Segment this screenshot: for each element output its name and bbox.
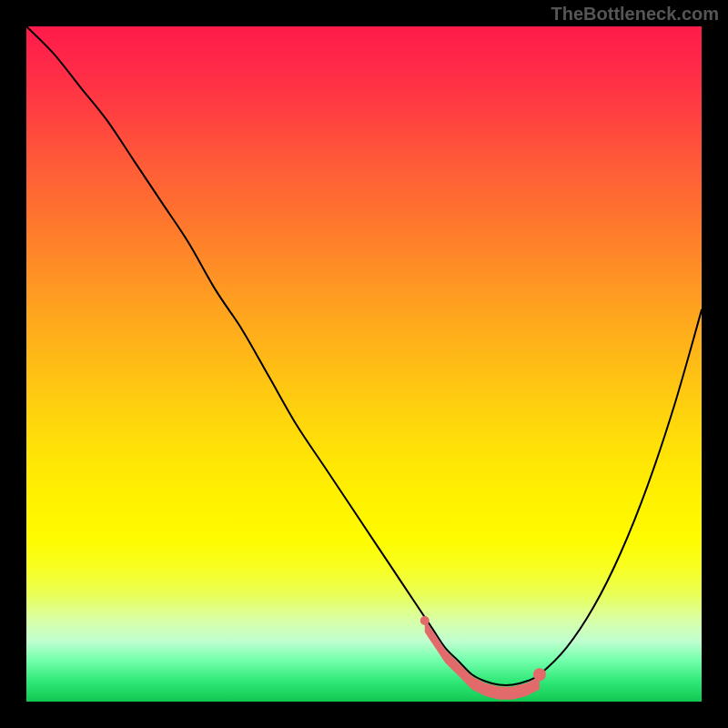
marker-dot-left [420, 616, 430, 625]
watermark-text: TheBottleneck.com [551, 4, 719, 25]
bottleneck-curve [26, 26, 702, 685]
optimal-range-highlight [425, 619, 540, 700]
plot-area [26, 26, 702, 702]
marker-dot-right [533, 668, 546, 681]
curve-overlay [26, 26, 702, 702]
chart-container: TheBottleneck.com [0, 0, 728, 728]
